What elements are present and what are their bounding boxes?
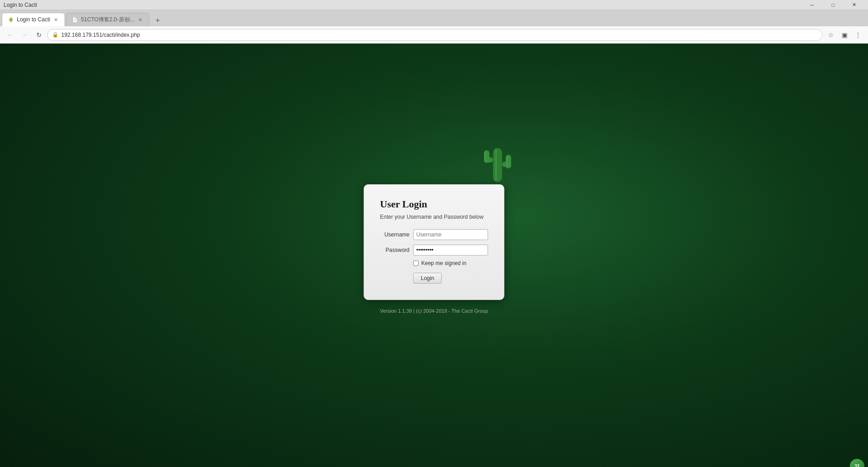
more-icon[interactable]: ⋮ (852, 29, 864, 41)
cactus-image (477, 134, 518, 189)
back-button[interactable]: ← (4, 29, 16, 41)
tab-login-cacti[interactable]: 🌵 Login to Cacti ✕ (2, 13, 65, 26)
tab-close-cacti[interactable]: ✕ (53, 16, 59, 23)
tab-favicon-cacti: 🌵 (8, 16, 14, 23)
svg-rect-6 (484, 151, 486, 162)
username-label: Username (380, 231, 409, 238)
star-icon[interactable]: ☆ (824, 29, 837, 41)
title-bar: Login to Cacti ─ □ ✕ (0, 0, 868, 10)
username-row: Username (380, 229, 488, 240)
tab-label-51cto: 51CTO博客2.0-原创... (81, 16, 134, 24)
svg-rect-5 (495, 149, 497, 181)
navigation-bar: ← → ↻ 🔒 192.168.179.151/cacti/index.php … (0, 26, 868, 44)
login-button[interactable]: Login (413, 273, 442, 284)
title-text: Login to Cacti (4, 2, 37, 8)
login-wrapper: User Login Enter your Username and Passw… (364, 184, 504, 300)
tab-close-51cto[interactable]: ✕ (137, 17, 143, 23)
svg-rect-0 (493, 148, 502, 182)
login-title: User Login (380, 198, 488, 210)
password-row: Password (380, 245, 488, 256)
maximize-button[interactable]: □ (823, 0, 843, 10)
browser-toolbar-icons: ☆ ▣ ⋮ (824, 29, 864, 41)
tab-label-cacti: Login to Cacti (17, 16, 50, 23)
address-text: 192.168.179.151/cacti/index.php (61, 32, 818, 38)
bottom-right-avatar[interactable]: 32 (850, 459, 864, 467)
tab-bar: 🌵 Login to Cacti ✕ 📄 51CTO博客2.0-原创... ✕ … (0, 10, 868, 26)
remember-label: Keep me signed in (421, 260, 466, 266)
close-button[interactable]: ✕ (843, 0, 864, 10)
new-tab-button[interactable]: + (152, 15, 164, 26)
extensions-icon[interactable]: ▣ (838, 29, 851, 41)
svg-rect-7 (506, 156, 508, 167)
remember-checkbox[interactable] (413, 261, 419, 266)
username-input[interactable] (413, 229, 488, 240)
login-subtitle: Enter your Username and Password below (380, 214, 488, 220)
svg-line-10 (490, 162, 492, 164)
svg-line-11 (490, 167, 492, 168)
version-text: Version 1.1.38 | (c) 2004-2018 - The Cac… (380, 308, 488, 314)
password-label: Password (380, 247, 409, 253)
remember-row: Keep me signed in (413, 260, 488, 266)
forward-button[interactable]: → (18, 29, 31, 41)
reload-button[interactable]: ↻ (33, 29, 45, 41)
password-input[interactable] (413, 245, 488, 256)
svg-line-13 (503, 158, 505, 159)
address-bar[interactable]: 🔒 192.168.179.151/cacti/index.php (47, 29, 823, 41)
svg-line-12 (503, 153, 505, 155)
svg-line-8 (490, 153, 492, 155)
tab-favicon-51cto: 📄 (72, 17, 78, 23)
minimize-button[interactable]: ─ (802, 0, 823, 10)
login-card: User Login Enter your Username and Passw… (364, 184, 504, 300)
page-background: User Login Enter your Username and Passw… (0, 44, 868, 467)
lock-icon: 🔒 (52, 32, 59, 38)
window-controls[interactable]: ─ □ ✕ (802, 0, 864, 10)
tab-51cto[interactable]: 📄 51CTO博客2.0-原创... ✕ (66, 13, 149, 26)
